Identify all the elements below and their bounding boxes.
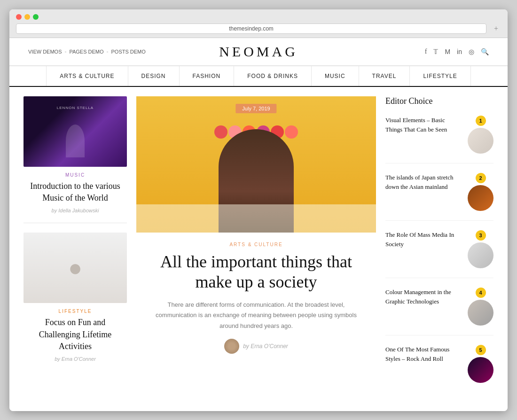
feature-image: July 7, 2019 — [136, 96, 376, 233]
nav-arts-culture[interactable]: ARTS & CULTURE — [46, 66, 128, 86]
left-sidebar: MUSIC Introduction to the various Music … — [24, 96, 127, 402]
address-bar[interactable]: themesindep.com — [16, 23, 486, 34]
editor-item-5[interactable]: One Of The Most Famous Styles – Rock And… — [385, 345, 494, 392]
top-nav-right: f 𝕋 M in ◎ 🔍 — [335, 48, 489, 56]
card2-category: LIFESTYLE — [24, 309, 127, 314]
sidebar-divider — [24, 223, 127, 223]
site-title[interactable]: NEOMAG — [182, 44, 336, 60]
new-tab-button[interactable]: + — [491, 23, 501, 34]
nav-food-drinks[interactable]: FOOD & DRINKS — [234, 66, 312, 86]
sep2: ◦ — [107, 49, 109, 54]
editor-item-4-right: 4 — [468, 288, 494, 326]
editor-item-2[interactable]: The islands of Japan stretch down the As… — [385, 173, 494, 221]
editor-item-3-text: The Role Of Mass Media In Society — [385, 230, 462, 249]
editor-item-3-right: 3 — [468, 230, 494, 268]
flower-1 — [214, 125, 227, 139]
browser-chrome: themesindep.com + — [9, 9, 508, 38]
feature-category: ARTS & CULTURE — [150, 242, 362, 247]
editor-item-2-text: The islands of Japan stretch down the As… — [385, 173, 462, 191]
nav-travel[interactable]: TRAVEL — [359, 66, 410, 86]
yellow-rect — [136, 204, 376, 233]
instagram-icon[interactable]: ◎ — [469, 48, 474, 56]
editor-thumb-5 — [468, 357, 494, 383]
editor-number-3: 3 — [476, 230, 486, 241]
editor-number-5: 5 — [476, 345, 486, 355]
posts-demo-link[interactable]: POSTS DEMO — [111, 49, 145, 54]
browser-dots — [16, 14, 501, 20]
feature-author: by Erna O'Conner — [243, 343, 288, 350]
nav-lifestyle[interactable]: LIFESTYLE — [410, 66, 470, 86]
minimize-dot[interactable] — [24, 14, 30, 20]
feature-date: July 7, 2019 — [235, 104, 276, 113]
editor-item-4-title: Colour Management in the Graphic Technol… — [385, 288, 462, 306]
sep1: ◦ — [65, 49, 67, 54]
author-avatar — [224, 339, 239, 354]
editor-item-3[interactable]: The Role Of Mass Media In Society 3 — [385, 230, 494, 278]
editor-item-5-right: 5 — [468, 345, 494, 383]
editor-item-5-title: One Of The Most Famous Styles – Rock And… — [385, 345, 462, 363]
main-nav: ARTS & CULTURE DESIGN FASHION FOOD & DRI… — [9, 66, 508, 87]
editor-number-4: 4 — [476, 288, 486, 298]
search-icon[interactable]: 🔍 — [481, 48, 489, 56]
card2-author: by Erna O'Conner — [24, 356, 127, 362]
editor-item-3-title: The Role Of Mass Media In Society — [385, 230, 462, 249]
editor-number-2: 2 — [476, 173, 486, 183]
card2-image — [24, 233, 127, 303]
right-sidebar: Editor Choice Visual Elements – Basic Th… — [385, 96, 494, 402]
main-content: MUSIC Introduction to the various Music … — [9, 87, 508, 411]
close-dot[interactable] — [16, 14, 22, 20]
page: VIEW DEMOS ◦ PAGES DEMO ◦ POSTS DEMO NEO… — [9, 38, 508, 411]
center-feature: July 7, 2019 — [136, 96, 376, 402]
woman-thinking-image — [24, 233, 127, 303]
feature-excerpt: There are different forms of communicati… — [150, 300, 362, 331]
editor-thumb-3 — [468, 242, 494, 268]
top-bar: VIEW DEMOS ◦ PAGES DEMO ◦ POSTS DEMO NEO… — [9, 38, 508, 66]
facebook-icon[interactable]: f — [425, 48, 427, 55]
feature-headline[interactable]: All the important things that make up a … — [150, 252, 362, 292]
twitter-icon[interactable]: 𝕋 — [433, 48, 438, 56]
card1-image — [24, 96, 127, 167]
concert-image — [24, 96, 127, 167]
editor-item-5-text: One Of The Most Famous Styles – Rock And… — [385, 345, 462, 363]
editor-item-1[interactable]: Visual Elements – Basic Things That Can … — [385, 116, 494, 163]
linkedin-icon[interactable]: in — [457, 48, 462, 55]
card2-title[interactable]: Focus on Fun and Challenging Lifetime Ac… — [24, 317, 127, 352]
view-demos-link[interactable]: VIEW DEMOS — [28, 49, 62, 54]
pages-demo-link[interactable]: PAGES DEMO — [69, 49, 103, 54]
nav-design[interactable]: DESIGN — [128, 66, 180, 86]
nav-music[interactable]: MUSIC — [312, 66, 359, 86]
editor-item-2-title: The islands of Japan stretch down the As… — [385, 173, 462, 191]
card1-title[interactable]: Introduction to the various Music of the… — [24, 180, 127, 204]
editor-item-1-title: Visual Elements – Basic Things That Can … — [385, 116, 462, 134]
flower-6 — [285, 125, 298, 139]
top-nav-left: VIEW DEMOS ◦ PAGES DEMO ◦ POSTS DEMO — [28, 49, 182, 54]
editor-thumb-1 — [468, 128, 494, 154]
editor-item-4[interactable]: Colour Management in the Graphic Technol… — [385, 288, 494, 335]
browser-toolbar: themesindep.com + — [16, 23, 501, 34]
flower-woman-image — [136, 96, 376, 233]
editor-thumb-4 — [468, 300, 494, 326]
feature-author-row: by Erna O'Conner — [150, 339, 362, 354]
editor-item-1-right: 1 — [468, 116, 494, 154]
browser-window: themesindep.com + VIEW DEMOS ◦ PAGES DEM… — [9, 9, 508, 411]
editor-item-1-text: Visual Elements – Basic Things That Can … — [385, 116, 462, 134]
editor-item-4-text: Colour Management in the Graphic Technol… — [385, 288, 462, 306]
sidebar-card-2: LIFESTYLE Focus on Fun and Challenging L… — [24, 233, 127, 362]
editor-item-2-right: 2 — [468, 173, 494, 211]
card1-category: MUSIC — [24, 172, 127, 178]
editor-thumb-2 — [468, 185, 494, 211]
editor-choice-title: Editor Choice — [385, 96, 494, 106]
maximize-dot[interactable] — [33, 14, 39, 20]
feature-text-area: ARTS & CULTURE All the important things … — [136, 233, 376, 358]
card1-author: by Idella Jakubowski — [24, 208, 127, 213]
editor-number-1: 1 — [476, 116, 486, 126]
nav-fashion[interactable]: FASHION — [180, 66, 235, 86]
medium-icon[interactable]: M — [445, 48, 450, 55]
sidebar-card-1: MUSIC Introduction to the various Music … — [24, 96, 127, 213]
